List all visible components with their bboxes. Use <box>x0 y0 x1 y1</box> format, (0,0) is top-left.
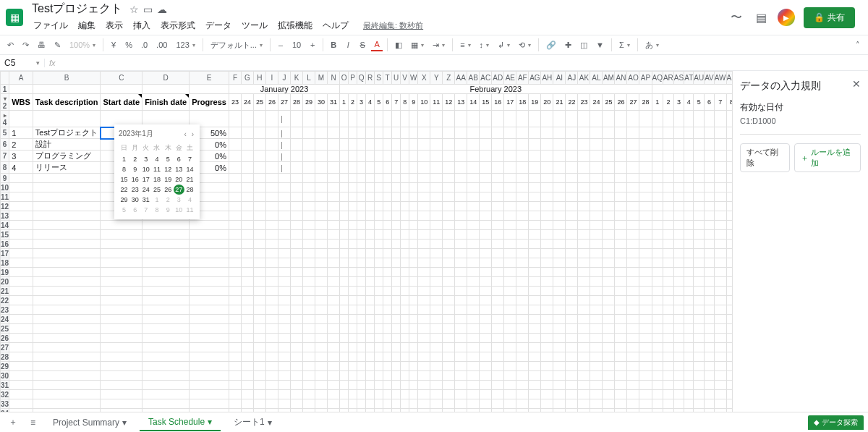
column-header[interactable]: Y <box>430 72 443 85</box>
tab-sheet1[interactable]: シート1▾ <box>225 413 281 431</box>
star-icon[interactable]: ☆ <box>129 4 139 15</box>
datepicker-day[interactable]: 22 <box>119 185 129 195</box>
column-header[interactable]: AO <box>627 72 639 85</box>
font-size-value[interactable]: 10 <box>289 39 304 51</box>
valign-button[interactable]: ↕ <box>477 39 493 51</box>
last-edit-link[interactable]: 最終編集: 数秒前 <box>359 19 427 33</box>
comment-button[interactable]: ✚ <box>562 39 574 51</box>
column-header[interactable]: AH <box>541 72 553 85</box>
column-header[interactable]: S <box>375 72 383 85</box>
column-header[interactable]: O <box>340 72 349 85</box>
datepicker-day[interactable]: 10 <box>174 205 184 215</box>
print-icon[interactable]: 🖶 <box>35 39 48 51</box>
add-rule-button[interactable]: ＋ルールを追加 <box>794 143 861 172</box>
datepicker-day[interactable]: 12 <box>163 164 174 174</box>
menu-format[interactable]: 表示形式 <box>156 18 200 33</box>
datepicker-day[interactable]: 14 <box>184 164 195 174</box>
column-header[interactable]: AS <box>673 72 684 85</box>
datepicker-day[interactable]: 16 <box>129 174 140 185</box>
zoom-dropdown[interactable]: 100% <box>67 39 98 51</box>
increase-decimal-button[interactable]: .00 <box>153 39 170 51</box>
datepicker-day[interactable]: 8 <box>119 164 129 174</box>
datepicker-day[interactable]: 15 <box>119 174 129 185</box>
column-header[interactable]: L <box>303 72 315 85</box>
merge-button[interactable]: ⇥ <box>430 39 448 51</box>
datepicker-day[interactable]: 9 <box>163 205 174 215</box>
column-header[interactable]: AQ <box>652 72 663 85</box>
column-header[interactable]: AK <box>578 72 590 85</box>
datepicker-day[interactable]: 9 <box>129 164 140 174</box>
column-header[interactable]: T <box>383 72 392 85</box>
name-box-dropdown[interactable]: ▾ <box>32 59 44 67</box>
tab-task-schedule[interactable]: Task Schedule▾ <box>140 414 221 431</box>
date-picker-popup[interactable]: 2023年1月 ‹ › 日月火水木金土123456789101112131415… <box>114 124 200 219</box>
column-header[interactable]: AG <box>529 72 541 85</box>
column-header[interactable]: AM <box>603 72 615 85</box>
column-header[interactable]: AB <box>467 72 480 85</box>
input-tools-button[interactable]: あ <box>642 38 662 52</box>
column-header[interactable]: AA <box>455 72 467 85</box>
datepicker-day[interactable]: 29 <box>119 195 129 205</box>
datepicker-day[interactable]: 24 <box>140 185 151 195</box>
column-header[interactable]: AL <box>590 72 603 85</box>
column-header[interactable]: R <box>366 72 375 85</box>
name-box[interactable]: C5 <box>0 58 32 68</box>
add-sheet-button[interactable]: ＋ <box>4 415 22 430</box>
datepicker-day[interactable]: 31 <box>140 195 151 205</box>
bold-button[interactable]: B <box>328 39 339 51</box>
column-header[interactable]: B <box>33 72 101 85</box>
close-panel-icon[interactable]: ✕ <box>852 78 861 90</box>
datepicker-day[interactable]: 23 <box>129 185 140 195</box>
column-header[interactable]: G <box>241 72 253 85</box>
halign-button[interactable]: ≡ <box>457 39 473 51</box>
datepicker-day[interactable]: 4 <box>151 154 162 164</box>
column-header[interactable]: AD <box>492 72 504 85</box>
column-header[interactable]: M <box>315 72 328 85</box>
undo-icon[interactable]: ↶ <box>4 39 17 51</box>
font-size-minus[interactable]: – <box>275 39 286 51</box>
datepicker-day[interactable]: 25 <box>151 185 162 195</box>
menu-view[interactable]: 表示 <box>101 18 127 33</box>
datepicker-day[interactable]: 17 <box>140 174 151 185</box>
fill-color-button[interactable]: ◧ <box>392 39 405 51</box>
column-header[interactable]: Q <box>357 72 366 85</box>
datepicker-day[interactable]: 2 <box>129 154 140 164</box>
redo-icon[interactable]: ↷ <box>20 39 32 51</box>
column-header[interactable]: AN <box>615 72 627 85</box>
font-dropdown[interactable]: デフォルト... <box>208 38 265 52</box>
datepicker-day[interactable]: 11 <box>151 164 162 174</box>
column-header[interactable]: AT <box>684 72 694 85</box>
datepicker-day[interactable]: 6 <box>129 205 140 215</box>
column-header[interactable]: J <box>278 72 290 85</box>
filter-button[interactable]: ▼ <box>593 39 607 51</box>
wrap-button[interactable]: ↲ <box>495 39 513 51</box>
datepicker-day[interactable]: 7 <box>184 154 195 164</box>
rule-criteria[interactable]: 有効な日付 <box>740 101 861 114</box>
datepicker-day[interactable]: 7 <box>140 205 151 215</box>
cloud-status-icon[interactable]: ☁ <box>157 4 167 15</box>
column-header[interactable]: P <box>349 72 357 85</box>
move-folder-icon[interactable]: ▭ <box>143 4 153 15</box>
column-header[interactable]: V <box>401 72 409 85</box>
datepicker-next-icon[interactable]: › <box>190 130 195 138</box>
datepicker-day[interactable]: 1 <box>151 195 162 205</box>
datepicker-day[interactable]: 27 <box>174 185 184 195</box>
menu-extensions[interactable]: 拡張機能 <box>273 18 317 33</box>
column-header[interactable]: AW <box>714 72 726 85</box>
datepicker-day[interactable]: 18 <box>151 174 162 185</box>
menu-tools[interactable]: ツール <box>237 18 272 33</box>
spreadsheet-grid[interactable]: ABCDEFGHIJKLMNOPQRSTUVWXYZAAABACADAEAFAG… <box>0 71 732 412</box>
paint-format-icon[interactable]: ✎ <box>51 39 64 51</box>
column-header[interactable]: AU <box>694 72 705 85</box>
datepicker-day[interactable]: 1 <box>119 154 129 164</box>
strikethrough-button[interactable]: S <box>357 39 368 51</box>
column-header[interactable]: C <box>101 72 142 85</box>
column-header[interactable]: D <box>142 72 190 85</box>
datepicker-day[interactable]: 3 <box>174 195 184 205</box>
datepicker-day[interactable]: 30 <box>129 195 140 205</box>
chart-button[interactable]: ◫ <box>577 39 590 51</box>
text-color-button[interactable]: A <box>371 38 383 51</box>
datepicker-day[interactable]: 4 <box>184 195 195 205</box>
column-header[interactable]: F <box>229 72 241 85</box>
comments-icon[interactable]: ▤ <box>753 9 769 25</box>
